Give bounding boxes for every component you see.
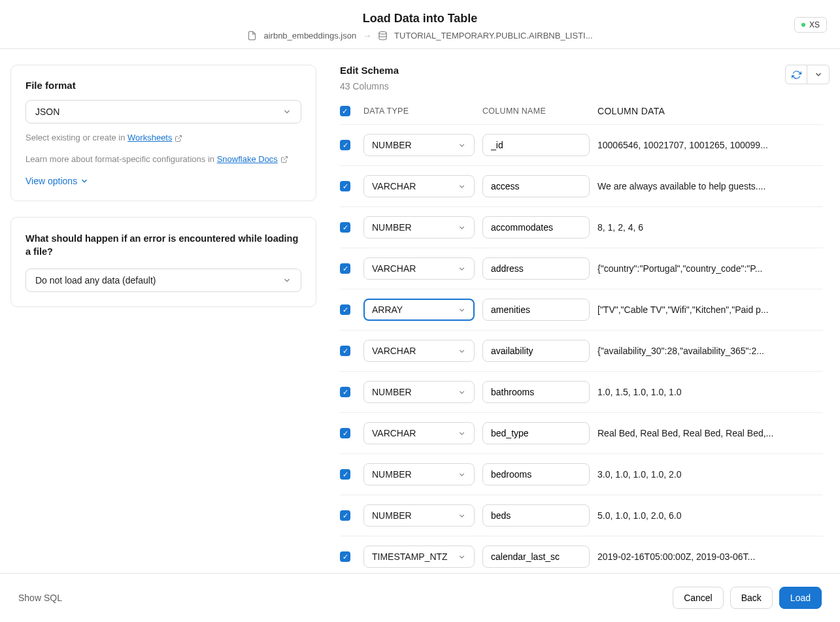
chevron-down-icon [458,223,466,232]
warehouse-size: XS [809,20,820,29]
file-format-value: JSON [35,106,59,117]
row-checkbox[interactable]: ✓ [340,181,356,191]
data-type-select[interactable]: ARRAY [363,299,475,321]
row-checkbox[interactable]: ✓ [340,222,356,233]
show-sql-button[interactable]: Show SQL [18,593,62,603]
svg-point-0 [379,31,386,34]
select-all-checkbox[interactable]: ✓ [340,106,356,116]
main: File format JSON Select existing or crea… [0,49,840,573]
file-format-select[interactable]: JSON [25,100,301,123]
row-checkbox[interactable]: ✓ [340,510,356,521]
chevron-down-icon [80,176,89,186]
arrow-icon: → [363,31,371,41]
docs-link[interactable]: Snowflake Docs [217,154,278,164]
error-handling-value: Do not load any data (default) [35,275,156,286]
head-type: DATA TYPE [363,106,475,116]
refresh-icon [792,70,801,80]
view-options-toggle[interactable]: View options [25,176,89,186]
data-type-select[interactable]: VARCHAR [363,340,475,362]
data-type-select[interactable]: NUMBER [363,381,475,403]
more-options-button[interactable] [807,65,830,84]
load-button[interactable]: Load [779,587,822,609]
row-checkbox[interactable]: ✓ [340,346,356,356]
refresh-button[interactable] [785,65,807,84]
data-type-select[interactable]: VARCHAR [363,422,475,444]
column-name-field[interactable] [491,510,581,521]
data-type-value: NUMBER [372,140,412,150]
data-type-select[interactable]: NUMBER [363,216,475,238]
column-name-field[interactable] [491,551,581,562]
schema-table[interactable]: ✓ DATA TYPE COLUMN NAME COLUMN DATA ✓ NU… [340,98,830,573]
data-type-select[interactable]: NUMBER [363,134,475,156]
data-type-select[interactable]: VARCHAR [363,175,475,197]
back-button[interactable]: Back [730,587,773,609]
column-name-field[interactable] [491,428,581,438]
column-name-input[interactable] [482,340,590,362]
svg-line-2 [284,157,288,161]
column-name-field[interactable] [491,304,581,315]
column-name-field[interactable] [491,222,581,233]
column-name-input[interactable] [482,381,590,403]
external-link-icon [175,135,182,142]
worksheets-link[interactable]: Worksheets [127,133,172,142]
column-name-field[interactable] [491,181,581,191]
column-name-field[interactable] [491,263,581,274]
column-name-input[interactable] [482,175,590,197]
file-icon [247,31,257,41]
data-type-value: VARCHAR [372,263,416,274]
data-type-select[interactable]: TIMESTAMP_NTZ [363,546,475,568]
right-panel: Edit Schema 43 Columns ✓ DATA TYPE COLUM… [327,49,840,573]
chevron-down-icon [458,512,466,520]
column-name-input[interactable] [482,463,590,485]
file-format-card: File format JSON Select existing or crea… [10,65,316,201]
column-data-preview: 3.0, 1.0, 1.0, 1.0, 2.0 [597,469,823,480]
svg-line-1 [178,135,182,139]
row-checkbox[interactable]: ✓ [340,387,356,397]
footer: Show SQL Cancel Back Load [0,573,840,622]
file-format-label: File format [25,80,301,91]
column-name-field[interactable] [491,469,581,480]
column-name-input[interactable] [482,216,590,238]
column-name-input[interactable] [482,134,590,156]
row-checkbox[interactable]: ✓ [340,469,356,480]
row-checkbox[interactable]: ✓ [340,551,356,562]
chevron-down-icon [282,107,292,116]
chevron-down-icon [458,388,466,397]
data-type-select[interactable]: VARCHAR [363,257,475,280]
column-name-field[interactable] [491,140,581,150]
column-name-field[interactable] [491,387,581,397]
data-type-select[interactable]: NUMBER [363,463,475,485]
column-data-preview: 2019-02-16T05:00:00Z, 2019-03-06T... [597,551,823,562]
left-panel: File format JSON Select existing or crea… [0,49,327,573]
schema-row: ✓ VARCHAR {"availability_30":28,"availab… [340,331,823,372]
column-name-input[interactable] [482,422,590,444]
schema-row: ✓ VARCHAR Real Bed, Real Bed, Real Bed, … [340,413,823,454]
data-type-value: VARCHAR [372,428,416,438]
schema-row: ✓ VARCHAR We are always available to hel… [340,166,823,207]
schema-row: ✓ NUMBER 1.0, 1.5, 1.0, 1.0, 1.0 [340,372,823,413]
data-type-select[interactable]: NUMBER [363,504,475,527]
data-type-value: NUMBER [372,222,412,233]
column-name-input[interactable] [482,546,590,568]
error-handling-select[interactable]: Do not load any data (default) [25,269,301,292]
column-name-field[interactable] [491,346,581,356]
target-table: TUTORIAL_TEMPORARY.PUBLIC.AIRBNB_LISTI..… [394,31,592,41]
row-checkbox[interactable]: ✓ [340,263,356,274]
cancel-button[interactable]: Cancel [673,587,724,609]
row-checkbox[interactable]: ✓ [340,428,356,438]
row-checkbox[interactable]: ✓ [340,304,356,315]
chevron-down-icon [458,141,466,150]
page-title: Load Data into Table [13,12,827,25]
column-data-preview: Real Bed, Real Bed, Real Bed, Real Bed,.… [597,428,823,438]
row-checkbox[interactable]: ✓ [340,140,356,150]
column-data-preview: 1.0, 1.5, 1.0, 1.0, 1.0 [597,387,823,397]
chevron-down-icon [458,470,466,479]
data-type-value: VARCHAR [372,181,416,191]
chevron-down-icon [458,182,466,191]
warehouse-badge[interactable]: XS [794,17,827,33]
column-name-input[interactable] [482,257,590,280]
column-name-input[interactable] [482,299,590,321]
column-name-input[interactable] [482,504,590,527]
status-dot-icon [801,23,805,27]
chevron-down-icon [282,276,292,285]
